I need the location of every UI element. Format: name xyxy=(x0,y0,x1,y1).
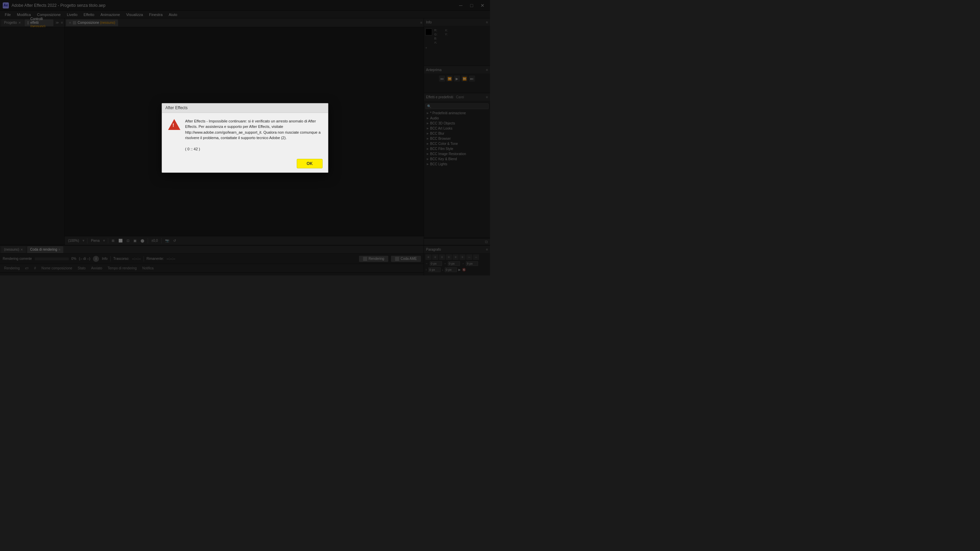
dialog-text: After Effects - Impossibile continuare: … xyxy=(185,118,323,152)
dialog-overlay: After Effects ! After Effects - Impossib… xyxy=(0,0,490,275)
dialog-code: ( 0 :: 42 ) xyxy=(185,147,200,151)
dialog-warning-icon: ! xyxy=(167,118,181,132)
ok-button[interactable]: OK xyxy=(297,159,323,168)
dialog-footer: OK xyxy=(162,156,328,172)
dialog: After Effects ! After Effects - Impossib… xyxy=(162,103,328,173)
dialog-body: ! After Effects - Impossibile continuare… xyxy=(162,113,328,156)
dialog-title: After Effects xyxy=(165,105,188,110)
dialog-message: After Effects - Impossibile continuare: … xyxy=(185,119,321,140)
dialog-titlebar: After Effects xyxy=(162,103,328,113)
